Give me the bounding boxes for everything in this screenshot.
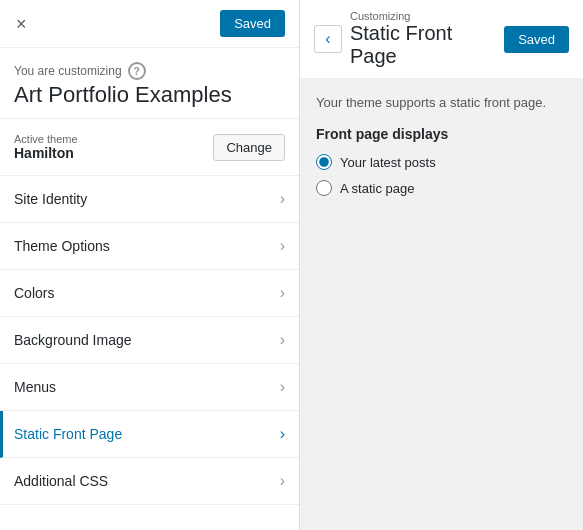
right-customizing-label: Customizing bbox=[350, 10, 504, 22]
nav-item-label: Colors bbox=[14, 285, 54, 301]
radio-static-page[interactable] bbox=[316, 180, 332, 196]
chevron-right-icon: › bbox=[280, 425, 285, 443]
back-button[interactable]: ‹ bbox=[314, 25, 342, 53]
front-page-displays-label: Front page displays bbox=[316, 126, 567, 142]
sidebar-item-theme-options[interactable]: Theme Options › bbox=[0, 223, 299, 270]
nav-item-label: Menus bbox=[14, 379, 56, 395]
theme-name: Hamilton bbox=[14, 145, 78, 161]
sidebar-item-background-image[interactable]: Background Image › bbox=[0, 317, 299, 364]
radio-option-latest-posts[interactable]: Your latest posts bbox=[316, 154, 567, 170]
left-header-left: × bbox=[14, 13, 29, 35]
right-header: ‹ Customizing Static Front Page Saved bbox=[300, 0, 583, 79]
nav-item-label: Static Front Page bbox=[14, 426, 122, 442]
right-section-title: Static Front Page bbox=[350, 22, 504, 68]
change-theme-button[interactable]: Change bbox=[213, 134, 285, 161]
site-title: Art Portfolio Examples bbox=[14, 82, 285, 108]
customizing-text: You are customizing bbox=[14, 64, 122, 78]
help-icon[interactable]: ? bbox=[128, 62, 146, 80]
sidebar-item-static-front-page[interactable]: Static Front Page › bbox=[0, 411, 299, 458]
theme-info: Active theme Hamilton bbox=[14, 133, 78, 161]
sidebar-item-colors[interactable]: Colors › bbox=[0, 270, 299, 317]
right-content: Your theme supports a static front page.… bbox=[300, 79, 583, 530]
chevron-right-icon: › bbox=[280, 237, 285, 255]
active-theme-label: Active theme bbox=[14, 133, 78, 145]
left-header: × Saved bbox=[0, 0, 299, 48]
left-panel: × Saved You are customizing ? Art Portfo… bbox=[0, 0, 300, 530]
radio-latest-posts[interactable] bbox=[316, 154, 332, 170]
nav-item-label: Additional CSS bbox=[14, 473, 108, 489]
right-header-left: ‹ Customizing Static Front Page bbox=[314, 10, 504, 68]
right-panel: ‹ Customizing Static Front Page Saved Yo… bbox=[300, 0, 583, 530]
sidebar-item-additional-css[interactable]: Additional CSS › bbox=[0, 458, 299, 505]
left-close-button[interactable]: × bbox=[14, 13, 29, 35]
left-saved-button[interactable]: Saved bbox=[220, 10, 285, 37]
right-saved-button[interactable]: Saved bbox=[504, 26, 569, 53]
active-theme-section: Active theme Hamilton Change bbox=[0, 119, 299, 176]
radio-option-static-page[interactable]: A static page bbox=[316, 180, 567, 196]
nav-item-label: Site Identity bbox=[14, 191, 87, 207]
chevron-right-icon: › bbox=[280, 284, 285, 302]
nav-item-label: Theme Options bbox=[14, 238, 110, 254]
radio-latest-posts-label: Your latest posts bbox=[340, 155, 436, 170]
left-info: You are customizing ? Art Portfolio Exam… bbox=[0, 48, 299, 119]
chevron-right-icon: › bbox=[280, 190, 285, 208]
customizing-label: You are customizing ? bbox=[14, 62, 285, 80]
nav-list: Site Identity › Theme Options › Colors ›… bbox=[0, 176, 299, 530]
chevron-right-icon: › bbox=[280, 472, 285, 490]
support-text: Your theme supports a static front page. bbox=[316, 95, 567, 110]
sidebar-item-menus[interactable]: Menus › bbox=[0, 364, 299, 411]
right-header-titles: Customizing Static Front Page bbox=[350, 10, 504, 68]
nav-item-label: Background Image bbox=[14, 332, 132, 348]
radio-static-page-label: A static page bbox=[340, 181, 414, 196]
sidebar-item-site-identity[interactable]: Site Identity › bbox=[0, 176, 299, 223]
chevron-right-icon: › bbox=[280, 378, 285, 396]
chevron-right-icon: › bbox=[280, 331, 285, 349]
